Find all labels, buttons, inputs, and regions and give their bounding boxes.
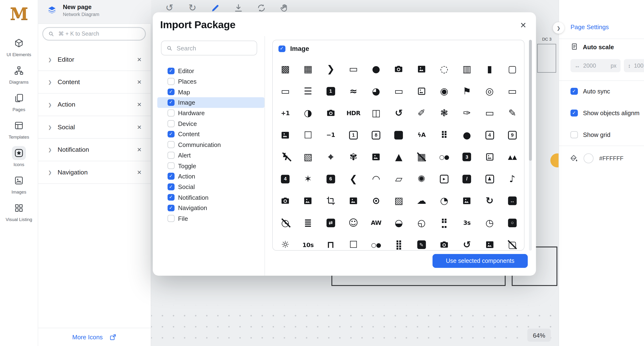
icon-section-action[interactable]: ❯Action✕ bbox=[38, 93, 151, 116]
crop-din-icon[interactable]: ▭ bbox=[394, 86, 403, 96]
close-icon[interactable]: ✕ bbox=[137, 56, 142, 63]
filter-9-icon[interactable]: 9 bbox=[508, 131, 516, 139]
remove-red-eye-icon[interactable]: ⊙ bbox=[372, 196, 380, 205]
linked-camera-icon[interactable]: ▮ bbox=[487, 64, 492, 74]
wb-cloudy-icon[interactable]: ☁ bbox=[417, 196, 426, 205]
camera-enhance-icon[interactable] bbox=[440, 240, 449, 249]
looks-4-icon[interactable]: 4 bbox=[281, 175, 290, 183]
close-icon[interactable]: ✕ bbox=[137, 169, 142, 175]
category-hardware[interactable]: Hardware bbox=[158, 108, 264, 118]
looks-one-icon[interactable]: 1 bbox=[326, 87, 335, 96]
gradient-icon[interactable]: ≈ bbox=[350, 86, 358, 96]
icons-search-input[interactable] bbox=[58, 30, 145, 37]
checkbox[interactable] bbox=[168, 99, 174, 106]
height-input[interactable]: ↕ bbox=[624, 59, 644, 72]
icon-section-notification[interactable]: ❯Notification✕ bbox=[38, 139, 151, 161]
category-toggle[interactable]: Toggle bbox=[158, 161, 264, 171]
insert-photo-icon[interactable] bbox=[303, 196, 313, 205]
close-icon[interactable]: ✕ bbox=[137, 101, 142, 108]
sidebar-item-templates[interactable]: Templates bbox=[0, 119, 38, 140]
create-icon[interactable]: ✎ bbox=[508, 109, 516, 118]
texture-icon[interactable]: ▨ bbox=[394, 196, 403, 205]
mood-icon[interactable]: ☺ bbox=[348, 218, 358, 227]
hdr-on-icon[interactable]: HDR bbox=[346, 110, 360, 116]
paint-bucket-icon[interactable] bbox=[570, 154, 578, 163]
category-communication[interactable]: Communication bbox=[158, 139, 264, 150]
add-a-photo-icon[interactable] bbox=[394, 64, 403, 74]
looks-icon[interactable]: ◠ bbox=[372, 174, 380, 183]
data-usage-icon[interactable]: ◵ bbox=[418, 218, 426, 227]
checkbox[interactable] bbox=[168, 162, 174, 169]
checkbox[interactable] bbox=[168, 89, 174, 95]
height-value-input[interactable] bbox=[633, 62, 644, 69]
fiber-record-icon[interactable]: ● bbox=[463, 131, 471, 140]
sidebar-item-images[interactable]: Images bbox=[0, 173, 38, 194]
grain-icon[interactable]: ⠿ bbox=[440, 131, 448, 140]
redo-button[interactable]: ↻ bbox=[187, 3, 198, 13]
chevron-right-icon[interactable]: ❯ bbox=[48, 102, 52, 107]
sidebar-item-pages[interactable]: Pages bbox=[0, 91, 38, 112]
timelapse-icon[interactable]: ◒ bbox=[395, 218, 403, 227]
sidebar-item-ui-elements[interactable]: UI Elements bbox=[0, 36, 38, 57]
modal-search[interactable] bbox=[161, 41, 257, 55]
flare-icon[interactable]: ✶ bbox=[304, 174, 312, 183]
close-icon[interactable]: ✕ bbox=[137, 124, 142, 130]
category-content[interactable]: Content bbox=[158, 129, 264, 139]
audiotrack-icon[interactable]: ♪ bbox=[509, 174, 515, 183]
crop-3-2-icon[interactable]: ▭ bbox=[281, 86, 290, 96]
category-editor[interactable]: Editor bbox=[158, 66, 264, 76]
rotate-right-icon[interactable]: ↻ bbox=[486, 196, 494, 205]
checkbox[interactable] bbox=[168, 110, 174, 116]
camera-alt-icon[interactable] bbox=[280, 196, 290, 205]
checkbox[interactable] bbox=[168, 120, 174, 127]
switch-camera-icon[interactable]: ↔ bbox=[508, 197, 516, 205]
crop-square-icon[interactable]: ▢ bbox=[508, 64, 517, 74]
filter-1-icon[interactable]: 1 bbox=[349, 131, 358, 139]
setting-show-objects-alignm[interactable]: Show objects alignm bbox=[559, 102, 644, 124]
category-social[interactable]: Social bbox=[158, 181, 264, 192]
colorize-icon[interactable]: ✑ bbox=[463, 109, 471, 118]
add-photo-alternate-icon[interactable] bbox=[417, 64, 426, 74]
setting-auto-sync[interactable]: Auto sync bbox=[559, 80, 644, 102]
photo-library-icon[interactable] bbox=[485, 152, 494, 162]
app-logo[interactable]: M bbox=[0, 4, 38, 23]
chevron-right-icon[interactable]: ❯ bbox=[48, 79, 52, 85]
slideshow-icon[interactable]: ▸ bbox=[440, 175, 448, 183]
apps-icon[interactable]: ⣿ bbox=[395, 240, 402, 249]
assistant-photo-icon[interactable]: ⚑ bbox=[463, 86, 471, 96]
pan-hand-button[interactable] bbox=[279, 3, 290, 13]
wb-auto-icon[interactable]: AW bbox=[371, 220, 381, 226]
icons-search[interactable] bbox=[42, 27, 146, 41]
checkbox[interactable] bbox=[168, 78, 174, 85]
collections-icon[interactable] bbox=[280, 131, 290, 140]
center-focus-strong-icon[interactable]: ◉ bbox=[440, 86, 448, 96]
photo-size-select-actual-icon[interactable] bbox=[462, 196, 472, 205]
checkbox[interactable] bbox=[168, 173, 174, 180]
category-action[interactable]: Action bbox=[158, 171, 264, 181]
image-icon[interactable] bbox=[371, 152, 380, 162]
checkbox[interactable] bbox=[570, 109, 578, 117]
category-alert[interactable]: Alert bbox=[158, 150, 264, 160]
icon-section-social[interactable]: ❯Social✕ bbox=[38, 116, 151, 139]
checkbox[interactable] bbox=[168, 204, 174, 211]
grid-on-icon[interactable]: ▦ bbox=[304, 64, 312, 74]
modal-search-input[interactable] bbox=[176, 44, 257, 52]
image-not-supported-icon[interactable]: ▢ bbox=[508, 240, 517, 249]
filter-8-icon[interactable]: 8 bbox=[372, 131, 380, 139]
category-navigation[interactable]: Navigation bbox=[158, 203, 264, 213]
category-map[interactable]: Map bbox=[158, 87, 264, 97]
rotate-left-icon[interactable]: ↺ bbox=[463, 240, 471, 249]
burst-mode-icon[interactable]: ▥ bbox=[462, 64, 471, 74]
checkbox[interactable] bbox=[570, 88, 578, 95]
blur-linear-icon[interactable]: ▧ bbox=[304, 152, 312, 162]
photo-size-select-small-icon[interactable]: ▩ bbox=[281, 64, 290, 74]
chevron-right-icon[interactable]: ❯ bbox=[48, 170, 52, 175]
page-settings-link[interactable]: Page Settings bbox=[570, 23, 609, 30]
panorama-horizontal-icon[interactable]: ▭ bbox=[485, 109, 494, 118]
canvas-node-shape[interactable] bbox=[537, 44, 556, 73]
straighten-icon[interactable]: ⊓ bbox=[327, 240, 334, 249]
camera-roll-icon[interactable]: ○ bbox=[508, 219, 516, 227]
checkbox[interactable] bbox=[168, 194, 174, 201]
panorama-icon[interactable]: ▱ bbox=[395, 174, 402, 183]
iso-icon[interactable]: ⣛ bbox=[440, 218, 448, 227]
